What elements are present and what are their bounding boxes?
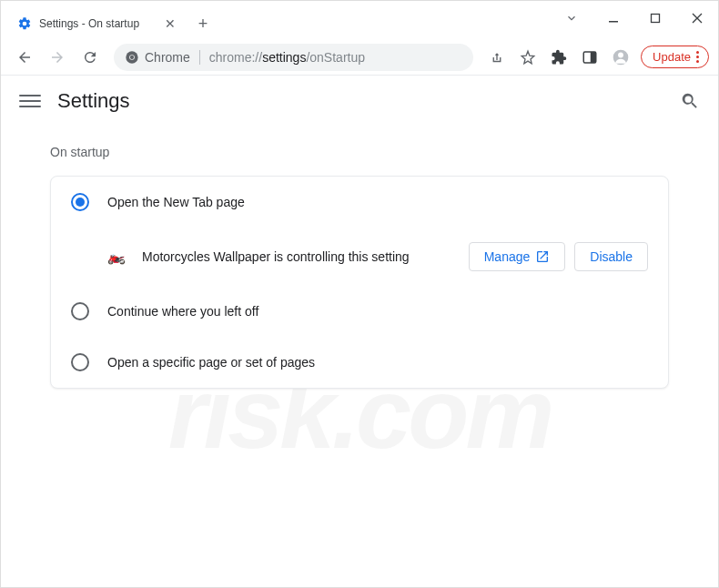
svg-rect-6 <box>591 52 596 63</box>
chrome-chip: Chrome <box>125 50 190 65</box>
svg-point-4 <box>130 55 134 58</box>
search-icon[interactable] <box>680 91 700 111</box>
url-prefix: chrome:// <box>209 50 262 65</box>
radio-option-specific-pages[interactable]: Open a specific page or set of pages <box>51 337 668 388</box>
chrome-chip-label: Chrome <box>145 50 190 65</box>
url-suffix: /onStartup <box>306 50 365 65</box>
back-button[interactable] <box>10 43 39 72</box>
chevron-down-icon[interactable] <box>551 1 592 35</box>
close-tab-icon[interactable]: ✕ <box>165 16 176 31</box>
radio-option-continue[interactable]: Continue where you left off <box>51 286 668 337</box>
settings-header: Settings <box>1 76 718 127</box>
extension-notice-row: 🏍️ Motorcycles Wallpaper is controlling … <box>51 228 668 286</box>
radio-option-new-tab[interactable]: Open the New Tab page <box>51 177 668 228</box>
address-bar: Chrome chrome://settings/onStartup Updat <box>1 39 718 76</box>
radio-label: Open the New Tab page <box>107 195 245 209</box>
forward-button[interactable] <box>43 43 72 72</box>
update-button[interactable]: Update <box>641 46 709 68</box>
url-segment: settings <box>262 50 306 65</box>
new-tab-button[interactable]: + <box>190 11 216 36</box>
update-label: Update <box>653 50 691 64</box>
browser-tab[interactable]: Settings - On startup ✕ <box>8 8 185 39</box>
section-label: On startup <box>50 145 669 159</box>
profile-icon[interactable] <box>606 43 635 72</box>
settings-body: On startup Open the New Tab page 🏍️ Moto… <box>1 127 718 407</box>
disable-button[interactable]: Disable <box>574 242 648 271</box>
tab-title: Settings - On startup <box>39 17 139 30</box>
bookmark-star-icon[interactable] <box>513 43 542 72</box>
manage-button[interactable]: Manage <box>469 242 566 271</box>
radio-icon[interactable] <box>71 302 89 320</box>
reload-button[interactable] <box>76 43 105 72</box>
minimize-button[interactable] <box>592 1 634 35</box>
browser-window: Settings - On startup ✕ + <box>0 0 719 588</box>
svg-point-8 <box>618 52 623 57</box>
page-content: PC risk.com Settings On startup Open the… <box>1 76 718 587</box>
window-controls <box>551 1 718 35</box>
radio-icon[interactable] <box>71 193 89 211</box>
open-in-new-icon <box>535 249 550 264</box>
page-title: Settings <box>57 89 130 113</box>
maximize-button[interactable] <box>634 1 676 35</box>
extension-icon: 🏍️ <box>107 250 126 263</box>
extensions-icon[interactable] <box>544 43 573 72</box>
hamburger-menu-icon[interactable] <box>19 90 41 112</box>
extension-notice-text: Motorcycles Wallpaper is controlling thi… <box>142 249 469 264</box>
disable-label: Disable <box>590 249 633 264</box>
tab-strip: Settings - On startup ✕ + <box>1 1 718 39</box>
svg-rect-1 <box>652 15 660 23</box>
omnibox-separator <box>199 50 200 65</box>
gear-icon <box>17 16 32 31</box>
toolbar-right: Update <box>482 43 709 72</box>
side-panel-icon[interactable] <box>575 43 604 72</box>
svg-rect-0 <box>609 21 618 23</box>
share-icon[interactable] <box>482 43 511 72</box>
manage-label: Manage <box>484 249 531 264</box>
startup-card: Open the New Tab page 🏍️ Motorcycles Wal… <box>50 176 669 389</box>
chrome-icon <box>125 50 139 65</box>
radio-label: Open a specific page or set of pages <box>107 355 315 370</box>
kebab-menu-icon <box>696 51 699 63</box>
radio-icon[interactable] <box>71 353 89 371</box>
omnibox[interactable]: Chrome chrome://settings/onStartup <box>114 44 473 71</box>
radio-label: Continue where you left off <box>107 304 258 319</box>
close-window-button[interactable] <box>676 1 718 35</box>
